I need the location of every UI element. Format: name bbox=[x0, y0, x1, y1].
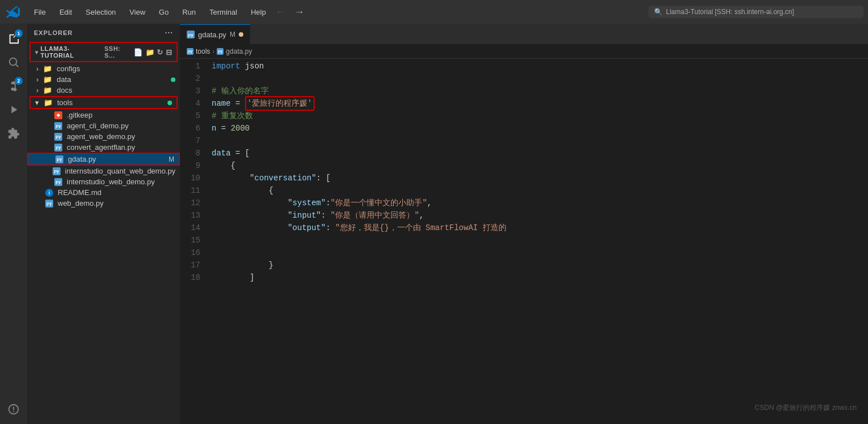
svg-line-1 bbox=[16, 64, 18, 67]
extensions-activity-icon[interactable] bbox=[3, 123, 24, 144]
source-control-activity-icon[interactable]: 2 bbox=[3, 76, 24, 96]
watermark: CSDN @爱旅行的程序媛 znwx.cn bbox=[755, 403, 857, 413]
file-quant-web[interactable]: py internstudio_quant_web_demo.py bbox=[27, 166, 180, 176]
punc-colon-12: : bbox=[326, 197, 330, 209]
nav-forward[interactable]: → bbox=[291, 5, 308, 19]
file-agent-web-label: agent_web_demo.py bbox=[67, 132, 135, 141]
indent-14 bbox=[212, 222, 287, 234]
indent-11 bbox=[212, 184, 269, 197]
file-readme[interactable]: i README.md bbox=[27, 187, 180, 198]
workspace-arrow: ▾ bbox=[35, 49, 38, 55]
file-intern-label: internstudio_web_demo.py bbox=[67, 178, 154, 186]
folder-tools[interactable]: ▾ 📁 tools bbox=[29, 96, 178, 109]
file-readme-label: README.md bbox=[58, 188, 101, 197]
menu-terminal[interactable]: Terminal bbox=[204, 6, 243, 19]
tab-dot bbox=[239, 32, 243, 37]
var-name: name bbox=[212, 97, 231, 110]
tools-modified-dot bbox=[167, 101, 172, 105]
tab-modified-indicator: M bbox=[230, 31, 235, 38]
breadcrumb-tools[interactable]: tools bbox=[196, 47, 210, 55]
collapse-icon[interactable]: ⊟ bbox=[166, 48, 173, 57]
refresh-icon[interactable]: ↻ bbox=[157, 48, 164, 57]
file-gitkeep-label: .gitkeep bbox=[67, 111, 93, 119]
op-assign: = bbox=[231, 97, 245, 110]
folder-docs[interactable]: › 📁 docs bbox=[27, 85, 180, 96]
code-content[interactable]: import json # 输入你的名字 name = '爱旅行的程序媛' bbox=[207, 59, 868, 424]
explorer-activity-icon[interactable]: 1 bbox=[3, 28, 24, 49]
menu-selection[interactable]: Selection bbox=[80, 6, 121, 19]
run-activity-icon[interactable] bbox=[3, 99, 24, 120]
code-line-2 bbox=[212, 72, 868, 85]
file-gdata[interactable]: py gdata.py M bbox=[27, 153, 180, 166]
key-system: "system" bbox=[287, 197, 325, 209]
vscode-logo bbox=[5, 3, 22, 20]
workspace-icons: 📄 📁 ↻ ⊟ bbox=[134, 48, 172, 57]
ssh-badge: SSH: S... bbox=[104, 45, 131, 59]
gitkeep-icon: ◆ bbox=[54, 111, 62, 119]
py-icon-quant: py bbox=[53, 167, 61, 175]
py-icon-gdata: py bbox=[55, 155, 63, 163]
var-n: n bbox=[212, 122, 216, 135]
folder-label-docs: docs bbox=[57, 86, 72, 94]
file-web-demo[interactable]: py web_demo.py bbox=[27, 198, 180, 209]
new-folder-icon[interactable]: 📁 bbox=[145, 48, 155, 57]
code-line-13: "input" : "你是（请用中文回答）" , bbox=[212, 209, 868, 222]
menu-file[interactable]: File bbox=[28, 6, 51, 19]
data-modified-dot bbox=[171, 77, 175, 82]
activity-bar: 1 2 bbox=[0, 24, 27, 424]
info-icon-readme: i bbox=[45, 189, 53, 197]
code-line-7 bbox=[212, 135, 868, 147]
file-convert[interactable]: py convert_agentflan.py bbox=[27, 142, 180, 153]
code-editor[interactable]: 1 2 3 4 5 6 7 8 9 10 11 12 13 14 15 16 1… bbox=[180, 59, 868, 424]
folder-label-tools: tools bbox=[57, 98, 72, 107]
menu-go[interactable]: Go bbox=[153, 6, 174, 19]
remote-activity-icon[interactable] bbox=[3, 399, 24, 419]
code-line-11: { bbox=[212, 184, 868, 197]
folder-icon-configs: 📁 bbox=[43, 64, 52, 73]
code-line-16 bbox=[212, 246, 868, 259]
menu-edit[interactable]: Edit bbox=[54, 6, 78, 19]
workspace-header[interactable]: ▾ LLAMA3-TUTORIAL SSH: S... 📄 📁 ↻ ⊟ bbox=[29, 42, 178, 62]
folder-data[interactable]: › 📁 data bbox=[27, 74, 180, 85]
var-data: data bbox=[212, 147, 231, 159]
folder-label-data: data bbox=[57, 75, 71, 84]
file-intern-web[interactable]: py internstudio_web_demo.py bbox=[27, 176, 180, 187]
menu-help[interactable]: Help bbox=[245, 6, 272, 19]
punc-11: { bbox=[269, 184, 273, 197]
code-line-10: "conversation" : [ bbox=[212, 172, 868, 184]
code-line-3: # 输入你的名字 bbox=[212, 85, 868, 97]
val-input: "你是（请用中文回答）" bbox=[330, 209, 419, 222]
search-text: Llama3-Tutorial [SSH: ssh.intern-ai.org.… bbox=[666, 8, 794, 16]
sidebar: EXPLORER ··· ▾ LLAMA3-TUTORIAL SSH: S...… bbox=[27, 24, 180, 424]
folder-configs[interactable]: › 📁 configs bbox=[27, 63, 180, 74]
search-activity-icon[interactable] bbox=[3, 52, 24, 72]
tab-gdata[interactable]: py gdata.py M bbox=[180, 24, 250, 44]
workspace-name: LLAMA3-TUTORIAL bbox=[41, 45, 100, 59]
val-output: "您好，我是{}，一个由 SmartFlowAI 打造的 bbox=[335, 222, 506, 234]
nav-back[interactable]: ← bbox=[272, 5, 289, 19]
import-json: json bbox=[245, 60, 264, 72]
code-line-8: data = [ bbox=[212, 147, 868, 159]
menu-run[interactable]: Run bbox=[177, 6, 201, 19]
editor-area: py gdata.py M py tools › py gdata.py 1 2… bbox=[180, 24, 868, 424]
file-agent-cli-label: agent_cli_demo.py bbox=[67, 122, 128, 130]
file-gitkeep[interactable]: ◆ .gitkeep bbox=[27, 110, 180, 120]
file-agent-web[interactable]: py agent_web_demo.py bbox=[27, 131, 180, 142]
new-file-icon[interactable]: 📄 bbox=[134, 48, 143, 57]
file-agent-cli[interactable]: py agent_cli_demo.py bbox=[27, 120, 180, 131]
tab-filename: gdata.py bbox=[198, 31, 226, 39]
py-icon-convert: py bbox=[54, 144, 62, 152]
code-line-17: } bbox=[212, 259, 868, 271]
indent-12 bbox=[212, 197, 287, 209]
punc-colon-13: : bbox=[321, 209, 330, 222]
explorer-title: EXPLORER bbox=[34, 29, 73, 36]
search-bar[interactable]: 🔍 Llama3-Tutorial [SSH: ssh.intern-ai.or… bbox=[648, 6, 863, 18]
breadcrumb-file-icon: py bbox=[217, 48, 224, 55]
titlebar: File Edit Selection View Go Run Terminal… bbox=[0, 0, 868, 24]
sidebar-tree: ▾ LLAMA3-TUTORIAL SSH: S... 📄 📁 ↻ ⊟ › 📁 … bbox=[27, 42, 180, 424]
more-options-icon[interactable]: ··· bbox=[165, 28, 173, 37]
indent-13 bbox=[212, 209, 287, 222]
menu-view[interactable]: View bbox=[124, 6, 151, 19]
folder-arrow-tools: ▾ bbox=[35, 98, 39, 107]
file-gdata-label: gdata.py bbox=[68, 155, 96, 163]
